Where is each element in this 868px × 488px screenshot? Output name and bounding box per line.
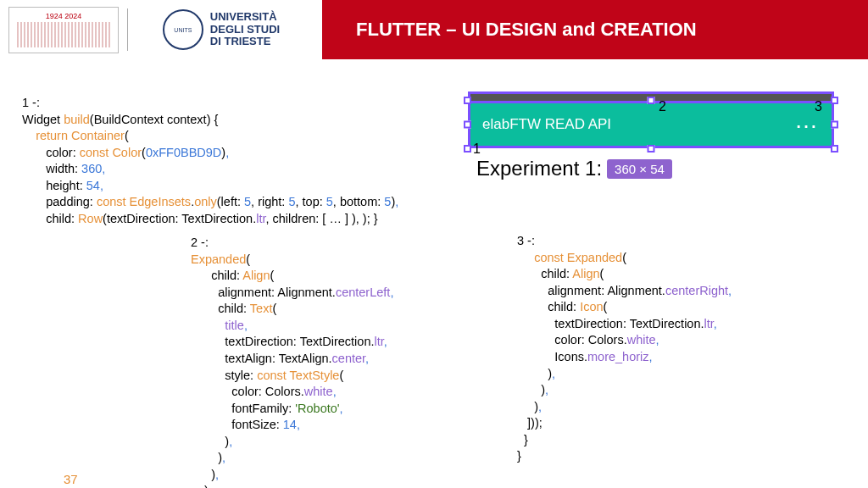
code-block-2: 2 -: Expanded( child: Align( alignment: … xyxy=(191,235,393,488)
university-name: UNIVERSITÀ DEGLI STUDI DI TRIESTE xyxy=(210,11,280,49)
resize-handle-icon xyxy=(831,121,838,129)
resize-handle-icon xyxy=(831,145,838,152)
university-logo: UNITS UNIVERSITÀ DEGLI STUDI DI TRIESTE xyxy=(136,7,306,53)
resize-handle-icon xyxy=(648,97,655,104)
callout-label-1: 1 xyxy=(473,141,481,157)
resize-handle-icon xyxy=(831,97,838,104)
selected-widget: elabFTW READ API … 1 2 3 xyxy=(468,101,834,148)
slide-header: 1924 2024 UNITS UNIVERSITÀ DEGLI STUDI D… xyxy=(0,0,868,59)
title-bar: FLUTTER – UI DESIGN and CREATION xyxy=(322,0,868,59)
resize-handle-icon xyxy=(464,121,471,129)
logo-area: 1924 2024 UNITS UNIVERSITÀ DEGLI STUDI D… xyxy=(0,0,322,59)
resize-handle-icon xyxy=(648,145,655,152)
slide-title: FLUTTER – UI DESIGN and CREATION xyxy=(356,19,697,41)
callout-label-3: 3 xyxy=(815,99,822,114)
size-badge: 360 × 54 xyxy=(607,159,672,179)
code-block-1: 1 -: Widget build(BuildContext context) … xyxy=(22,95,398,228)
code-block-3: 3 -: const Expanded( child: Align( align… xyxy=(517,233,732,465)
more-horiz-icon: … xyxy=(794,120,820,129)
building-illustration xyxy=(17,22,110,47)
resize-handle-icon xyxy=(464,97,471,104)
university-seal-icon: UNITS xyxy=(163,9,203,50)
resize-handle-icon xyxy=(464,145,471,152)
experiment-label: Experiment 1: xyxy=(476,157,602,180)
page-number: 37 xyxy=(64,472,78,486)
centennial-logo: 1924 2024 xyxy=(8,7,119,53)
experiment-row: Experiment 1: 360 × 54 xyxy=(476,157,834,180)
teal-container: elabFTW READ API … xyxy=(468,101,834,148)
widget-preview: elabFTW READ API … 1 2 3 Experiment 1: 3… xyxy=(468,92,834,180)
logo-divider xyxy=(127,8,128,51)
callout-label-2: 2 xyxy=(659,99,666,114)
widget-title-text: elabFTW READ API xyxy=(482,116,794,133)
years-text: 1924 2024 xyxy=(46,12,82,20)
